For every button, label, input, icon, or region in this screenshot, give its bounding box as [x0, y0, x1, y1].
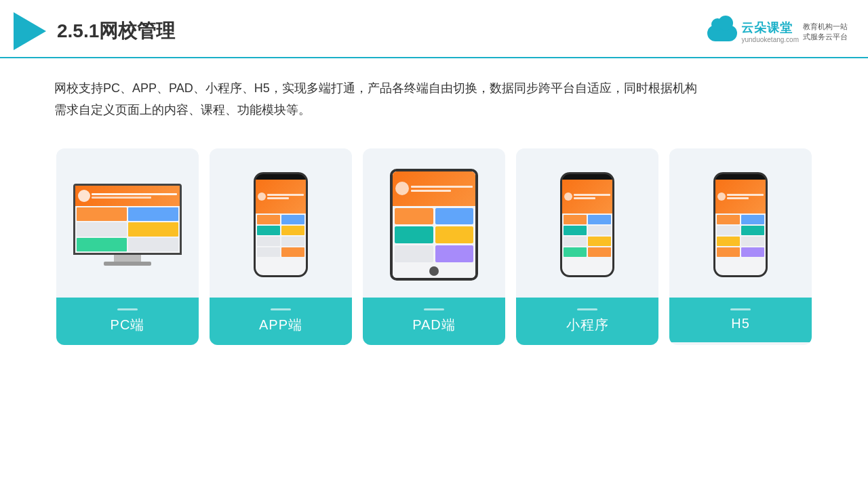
mini-text-line1 [574, 194, 610, 196]
mini-phone-notch [578, 174, 597, 178]
pad-card4 [435, 226, 474, 243]
h5-tile7 [717, 247, 740, 257]
h5-phone-screen-header [715, 180, 766, 213]
mini-tile5 [564, 237, 587, 246]
mini-tile6 [588, 237, 611, 246]
app-header-text [267, 194, 304, 199]
pad-tablet-header [393, 171, 475, 205]
cloud-shape [707, 25, 737, 41]
h5-phone-body [713, 172, 768, 277]
header-left: 2.5.1网校管理 [14, 12, 175, 50]
pc-card5 [77, 238, 127, 251]
mini-phone-screen-body [562, 214, 612, 258]
h5-tile6 [741, 237, 764, 246]
h5-text-line1 [727, 194, 764, 196]
mini-tile8 [588, 247, 611, 257]
h5-header-icon [717, 192, 726, 201]
description-line2: 需求自定义页面上的内容、课程、功能模块等。 [54, 103, 311, 117]
pad-tablet-screen [393, 171, 475, 278]
pad-tablet-body [390, 169, 478, 281]
mini-tile4 [588, 226, 611, 235]
card-app-image [210, 148, 352, 298]
page-title: 2.5.1网校管理 [57, 18, 175, 44]
h5-text-line2 [727, 197, 749, 199]
cards-container: PC端 [0, 128, 868, 359]
card-pc-image [56, 148, 199, 298]
card-mini-label: 小程序 [516, 298, 658, 345]
app-header-icon [258, 192, 266, 201]
h5-phone-mockup [713, 172, 768, 277]
h5-row1 [717, 215, 764, 224]
card-pad-image [363, 148, 505, 298]
pad-card5 [395, 245, 433, 262]
app-text-line2 [267, 197, 289, 199]
pad-text-line2 [411, 190, 451, 192]
mini-tile2 [588, 215, 611, 224]
pad-tablet-body-content [393, 206, 475, 265]
app-phone-notch [271, 174, 290, 178]
pc-card2 [128, 207, 178, 221]
pc-card4 [128, 222, 178, 236]
pc-screen-body [75, 206, 180, 253]
brand-logo: 云朵课堂 yunduoketang.com 教育机构一站式服务云平台 [707, 20, 848, 43]
app-text-line1 [267, 194, 304, 196]
pc-header-text [92, 193, 177, 199]
h5-phone-screen-body [715, 214, 766, 258]
mini-phone-body [560, 172, 614, 277]
mini-tile7 [564, 247, 587, 257]
cloud-icon [707, 21, 737, 41]
app-row1 [257, 215, 304, 224]
logo-triangle-icon [14, 12, 46, 50]
app-tile8 [281, 247, 304, 257]
h5-phone-screen [715, 180, 766, 275]
app-row3 [257, 237, 304, 246]
pad-card1 [395, 208, 433, 225]
app-phone-body [254, 172, 308, 277]
brand-text-wrap: 云朵课堂 yunduoketang.com [741, 20, 799, 43]
card-app: APP端 [210, 148, 352, 345]
pc-screen-inner [75, 186, 180, 253]
app-phone-screen-header [256, 180, 306, 213]
h5-tile8 [741, 247, 764, 257]
brand-url: yunduoketang.com [741, 36, 799, 43]
pad-card3 [395, 226, 433, 243]
pc-screen-header [75, 186, 180, 206]
h5-row3 [717, 237, 764, 246]
mini-phone-screen-header [562, 180, 612, 213]
pc-base [104, 262, 151, 266]
card-mini-image [516, 148, 658, 298]
app-tile4 [281, 226, 304, 235]
app-phone-screen-body [256, 214, 306, 258]
mini-header-icon [564, 192, 572, 201]
h5-tile1 [717, 215, 740, 224]
h5-tile2 [741, 215, 764, 224]
pad-header-text [411, 186, 473, 192]
app-tile3 [257, 226, 280, 235]
pad-tablet-mockup [390, 169, 478, 281]
page-header: 2.5.1网校管理 云朵课堂 yunduoketang.com 教育机构一站式服… [0, 0, 868, 58]
pc-screen [73, 184, 182, 255]
card-mini: 小程序 [516, 148, 658, 345]
mini-row4 [564, 247, 611, 257]
h5-row2 [717, 226, 764, 235]
card-pc-label: PC端 [56, 298, 199, 345]
pad-home-btn [429, 266, 439, 276]
description-text: 网校支持PC、APP、PAD、小程序、H5，实现多端打通，产品各终端自由切换，数… [0, 58, 868, 128]
description-line1: 网校支持PC、APP、PAD、小程序、H5，实现多端打通，产品各终端自由切换，数… [54, 81, 697, 95]
app-tile5 [257, 237, 280, 246]
card-h5: H5 [669, 148, 812, 345]
mini-row1 [564, 215, 611, 224]
card-app-label: APP端 [210, 298, 352, 345]
app-phone-screen [256, 180, 306, 275]
card-pad: PAD端 [363, 148, 505, 345]
pad-header-icon [395, 182, 409, 195]
app-tile2 [281, 215, 304, 224]
h5-tile4 [741, 226, 764, 235]
mini-tile1 [564, 215, 587, 224]
pad-text-line1 [411, 186, 473, 188]
h5-phone-notch [731, 174, 750, 178]
card-h5-label: H5 [669, 298, 812, 342]
mini-tile3 [564, 226, 587, 235]
pc-card1 [77, 207, 127, 221]
h5-header-text [727, 194, 764, 199]
